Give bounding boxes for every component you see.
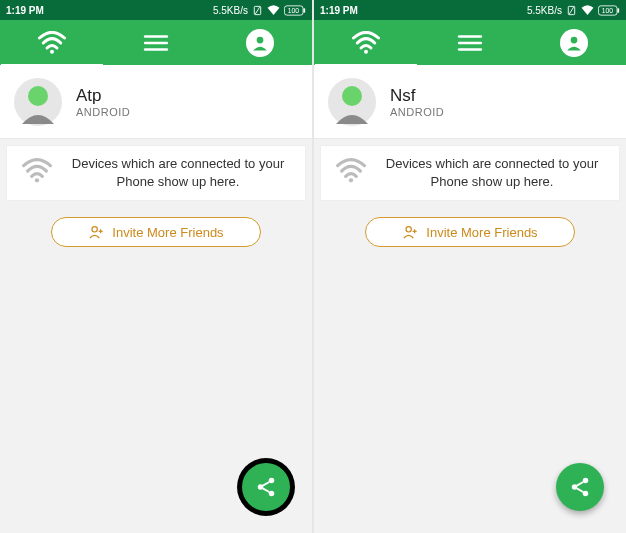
status-speed: 5.5KB/s (213, 5, 248, 16)
user-card[interactable]: Nsf ANDROID (314, 65, 626, 139)
tab-menu[interactable] (105, 20, 208, 65)
svg-line-20 (263, 488, 269, 492)
svg-text:100: 100 (288, 7, 300, 14)
wifi-signal-icon (267, 5, 280, 15)
svg-point-18 (269, 491, 275, 497)
wifi-grey-icon (21, 158, 53, 188)
status-bar: 1:19 PM 5.5KB/s 100 (0, 0, 312, 20)
hamburger-icon (143, 33, 169, 53)
tab-wifi[interactable] (315, 20, 418, 65)
share-icon (569, 476, 591, 498)
tab-account[interactable] (523, 20, 626, 65)
devices-message: Devices which are connected to your Phon… (379, 155, 605, 190)
status-time: 1:19 PM (320, 5, 527, 16)
hamburger-icon (457, 33, 483, 53)
share-fab[interactable] (242, 463, 290, 511)
status-speed: 5.5KB/s (527, 5, 562, 16)
user-platform: ANDROID (390, 106, 444, 118)
phone-screen: 1:19 PM 5.5KB/s 100 Nsf ANDROID (314, 0, 626, 533)
tab-wifi[interactable] (1, 20, 104, 65)
svg-point-17 (258, 484, 264, 490)
user-name: Atp (76, 86, 130, 106)
battery-icon: 100 (284, 5, 306, 16)
user-platform: ANDROID (76, 106, 130, 118)
tab-menu[interactable] (419, 20, 522, 65)
svg-line-41 (577, 488, 583, 492)
svg-point-9 (257, 36, 264, 43)
svg-point-32 (342, 86, 362, 106)
devices-message: Devices which are connected to your Phon… (65, 155, 291, 190)
invite-label: Invite More Friends (112, 225, 223, 240)
invite-label: Invite More Friends (426, 225, 537, 240)
svg-point-30 (571, 36, 578, 43)
svg-point-37 (583, 478, 589, 484)
no-sim-icon (252, 5, 263, 16)
devices-panel: Devices which are connected to your Phon… (320, 145, 620, 201)
invite-icon (88, 224, 104, 240)
account-icon (246, 29, 274, 57)
svg-point-13 (92, 227, 97, 232)
svg-point-34 (406, 227, 411, 232)
wifi-icon (37, 31, 67, 55)
svg-point-33 (349, 178, 353, 182)
avatar (328, 78, 376, 126)
share-icon (255, 476, 277, 498)
invite-icon (402, 224, 418, 240)
svg-rect-24 (617, 8, 619, 12)
top-toolbar (0, 20, 312, 65)
svg-line-40 (577, 482, 583, 486)
devices-panel: Devices which are connected to your Phon… (6, 145, 306, 201)
share-fab[interactable] (556, 463, 604, 511)
svg-point-39 (583, 491, 589, 497)
svg-point-11 (28, 86, 48, 106)
avatar (14, 78, 62, 126)
wifi-signal-icon (581, 5, 594, 15)
tab-account[interactable] (209, 20, 312, 65)
svg-point-38 (572, 484, 578, 490)
user-name: Nsf (390, 86, 444, 106)
battery-icon: 100 (598, 5, 620, 16)
status-bar: 1:19 PM 5.5KB/s 100 (314, 0, 626, 20)
svg-line-1 (255, 6, 260, 13)
account-icon (560, 29, 588, 57)
invite-friends-button[interactable]: Invite More Friends (51, 217, 261, 247)
svg-text:100: 100 (602, 7, 614, 14)
wifi-grey-icon (335, 158, 367, 188)
top-toolbar (314, 20, 626, 65)
svg-point-12 (35, 178, 39, 182)
svg-rect-3 (303, 8, 305, 12)
user-card[interactable]: Atp ANDROID (0, 65, 312, 139)
svg-line-22 (569, 6, 574, 13)
no-sim-icon (566, 5, 577, 16)
status-time: 1:19 PM (6, 5, 213, 16)
svg-point-16 (269, 478, 275, 484)
svg-point-26 (364, 49, 368, 53)
svg-line-19 (263, 482, 269, 486)
invite-friends-button[interactable]: Invite More Friends (365, 217, 575, 247)
wifi-icon (351, 31, 381, 55)
svg-point-5 (50, 49, 54, 53)
phone-screen: 1:19 PM 5.5KB/s 100 Atp ANDROID (0, 0, 312, 533)
